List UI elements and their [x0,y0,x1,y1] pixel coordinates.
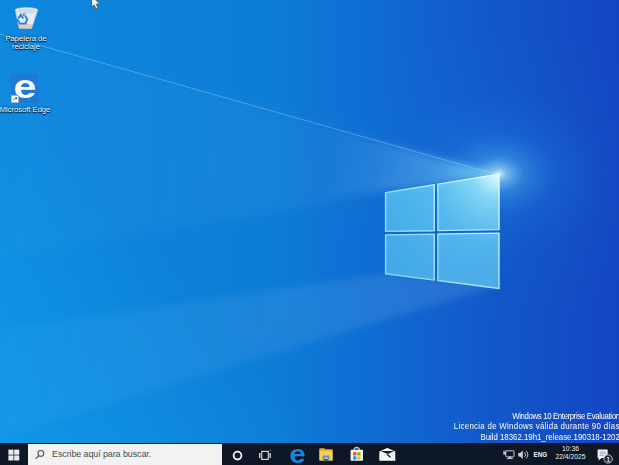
svg-text:1: 1 [606,455,611,464]
